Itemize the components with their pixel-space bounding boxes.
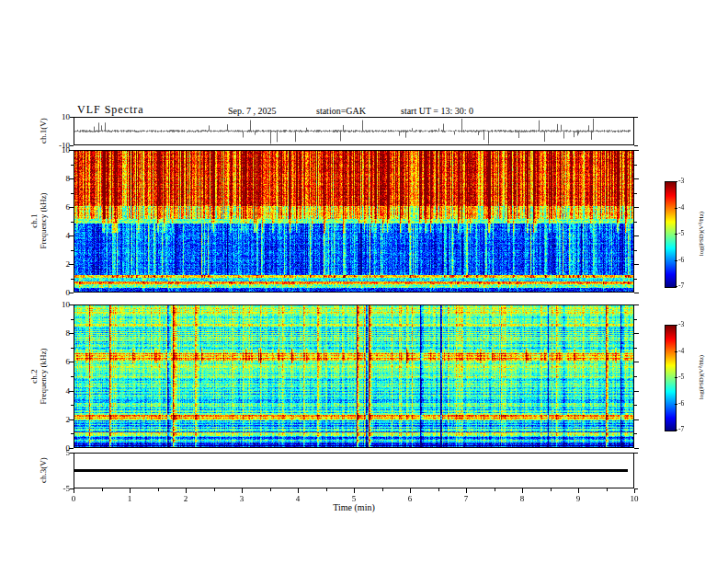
ch1-spec-ytick-right: [634, 193, 637, 194]
ch1-wave-ytick-label: -10: [44, 141, 70, 150]
x-tick: [551, 488, 552, 491]
ch1-spec-ytick-right: [634, 222, 637, 223]
colorbar-1-tick: [675, 181, 677, 182]
ch1-spec-ytick-label: 2: [44, 259, 70, 269]
colorbar-2: [665, 325, 677, 431]
x-tick: [607, 488, 608, 491]
ch1-axis-channel-line: ch.1: [29, 192, 39, 248]
ch2-spec-ytick-right: [634, 348, 637, 349]
x-tick: [578, 488, 579, 493]
x-tick: [130, 488, 131, 493]
colorbar-1-tick-label: -6: [678, 256, 684, 264]
ch1-spec-ytick: [71, 193, 74, 194]
ch2-axis-channel-line: ch.2: [29, 348, 39, 404]
colorbar-1-label: log(PSD)(V²/Hz): [697, 212, 706, 256]
colorbar-2-tick: [675, 404, 677, 405]
ch1-spectrogram-canvas: [74, 151, 633, 292]
x-tick: [522, 488, 523, 493]
ch1-spec-ytick: [71, 250, 74, 251]
ch1-spec-ytick-right: [634, 150, 639, 151]
ch1-wave-ytick-label: 10: [44, 112, 70, 121]
ch1-wave-ytick: [70, 145, 74, 146]
colorbar-2-tick-label: -7: [678, 425, 684, 433]
ch2-spec-ytick: [71, 376, 74, 377]
ch1-frequency-axis-label: ch.1 Frequency (kHz): [29, 192, 48, 248]
ch1-spec-ytick-right: [634, 207, 639, 208]
ch2-spec-ytick-right: [634, 333, 639, 334]
ch2-spec-ytick: [71, 405, 74, 406]
ch2-spec-ytick-right: [634, 433, 637, 434]
colorbar-2-tick-label: -5: [678, 373, 684, 381]
x-tick: [466, 488, 467, 493]
x-axis-title: Time (min): [317, 502, 391, 512]
x-tick-label: 10: [625, 494, 643, 503]
ch1-spec-ytick-label: 8: [44, 174, 70, 183]
ch2-spec-ytick-right: [634, 419, 639, 420]
x-tick: [74, 488, 74, 493]
ch1-spec-ytick-label: 0: [44, 288, 70, 297]
ch2-spec-ytick-right: [634, 448, 639, 449]
x-tick: [410, 488, 411, 493]
ch2-spectrogram-panel: [74, 304, 634, 448]
x-tick: [214, 488, 215, 491]
colorbar-2-tick-label: -4: [678, 347, 684, 355]
date-label: Sep. 7 , 2025: [228, 106, 277, 116]
x-tick-label: 6: [401, 494, 419, 503]
ch2-spec-ytick-label: 6: [44, 357, 70, 366]
colorbar-2-tick: [675, 325, 677, 326]
ch2-spec-ytick-right: [634, 304, 639, 305]
colorbar-1-tick: [675, 286, 677, 287]
colorbar-1-tick: [675, 208, 677, 209]
x-tick-label: 5: [345, 494, 363, 503]
start-ut-label: start UT = 13: 30: 0: [401, 106, 473, 116]
x-tick: [242, 488, 243, 493]
ch3-wave-ytick: [70, 453, 74, 454]
ch1-voltage-axis-label: ch.1(V): [39, 118, 48, 144]
ch1-spec-ytick-label: 6: [44, 202, 70, 212]
ch1-spectrogram-panel: [74, 150, 634, 293]
ch2-spec-ytick-right: [634, 405, 637, 406]
ch1-waveform-canvas: [74, 118, 633, 144]
colorbar-2-tick-label: -3: [678, 320, 684, 328]
ch2-spec-ytick-label: 4: [44, 386, 70, 396]
ch3-voltage-axis-label: ch.3(V): [39, 457, 48, 483]
ch2-spec-ytick: [71, 433, 74, 434]
ch1-wave-ytick-right: [634, 145, 638, 146]
x-tick: [158, 488, 159, 491]
ch1-spec-ytick-right: [634, 293, 639, 293]
colorbar-2-tick: [675, 351, 677, 352]
x-tick-label: 0: [64, 494, 83, 503]
colorbar-1-tick-label: -3: [678, 177, 684, 185]
station-label: station=GAK: [316, 106, 366, 116]
ch3-waveform-panel: [74, 453, 634, 488]
x-tick-label: 9: [569, 494, 587, 503]
ch2-spec-ytick-right: [634, 376, 637, 377]
ch2-spec-ytick-right: [634, 319, 637, 320]
ch1-spec-ytick-right: [634, 250, 637, 251]
x-tick: [326, 488, 327, 491]
ch1-wave-ytick: [70, 117, 74, 118]
ch1-spec-ytick-right: [634, 279, 637, 280]
ch3-waveform-canvas: [74, 454, 633, 488]
x-tick-label: 8: [513, 494, 531, 503]
colorbar-2-tick: [675, 430, 677, 431]
colorbar-1-tick-label: -7: [678, 282, 684, 290]
colorbar-1: [665, 181, 677, 288]
ch1-spec-ytick-right: [634, 264, 639, 265]
colorbar-2-label: log(PSD)(V²/Hz): [697, 355, 706, 399]
ch1-waveform-panel: [74, 117, 634, 145]
ch1-axis-frequency-line: Frequency (kHz): [39, 192, 48, 248]
colorbar-1-tick: [675, 260, 677, 261]
ch1-spec-ytick-right: [634, 165, 637, 166]
ch1-spec-ytick: [71, 279, 74, 280]
x-tick: [382, 488, 383, 491]
x-tick: [298, 488, 299, 493]
ch3-wave-ytick-right: [634, 453, 638, 454]
ch2-spec-ytick-right: [634, 362, 639, 362]
ch2-spec-ytick-label: 10: [44, 300, 70, 309]
colorbar-2-tick: [675, 377, 677, 378]
x-tick: [186, 488, 187, 493]
colorbar-1-tick-label: -4: [678, 203, 684, 212]
x-tick: [270, 488, 271, 491]
x-tick-label: 2: [176, 494, 195, 503]
